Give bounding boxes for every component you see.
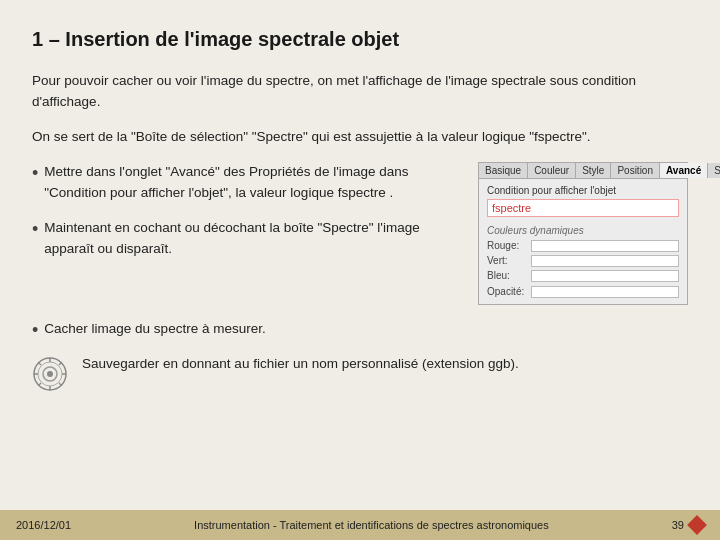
ggb-tab-avance[interactable]: Avancé [660, 163, 708, 178]
ggb-tab-script[interactable]: Script [708, 163, 720, 178]
ggb-tab-style[interactable]: Style [576, 163, 611, 178]
paragraph-2: On se sert de la "Boîte de sélection" "S… [32, 127, 688, 148]
bullet-item-2: • Maintenant en cochant ou décochant la … [32, 218, 460, 260]
diamond-icon [687, 515, 707, 535]
bullet-section-1: • Mettre dans l'onglet "Avancé" des Prop… [32, 162, 688, 305]
bullet-text-col-1: • Mettre dans l'onglet "Avancé" des Prop… [32, 162, 460, 274]
save-text: Sauvegarder en donnant au fichier un nom… [82, 354, 519, 375]
ggb-vert-row: Vert: [487, 255, 679, 267]
ggb-vert-bar[interactable] [531, 255, 679, 267]
save-icon [32, 356, 68, 392]
ggb-tab-basique[interactable]: Basique [479, 163, 528, 178]
ggb-tab-position[interactable]: Position [611, 163, 660, 178]
ggb-rouge-row: Rouge: [487, 240, 679, 252]
bullet-dot-2: • [32, 220, 38, 238]
bullet-1-text: Mettre dans l'onglet "Avancé" des Propri… [44, 162, 460, 204]
footer-page-number: 39 [672, 519, 684, 531]
ggb-bleu-bar[interactable] [531, 270, 679, 282]
ggb-condition-input[interactable]: fspectre [487, 199, 679, 217]
ggb-panel: Basique Couleur Style Position Avancé Sc… [478, 162, 688, 305]
ggb-opacite-row: Opacité: [487, 286, 679, 298]
bullet-2-text: Maintenant en cochant ou décochant la bo… [44, 218, 460, 260]
ggb-tab-couleur[interactable]: Couleur [528, 163, 576, 178]
paragraph-1: Pour pouvoir cacher ou voir l'image du s… [32, 71, 688, 113]
bullet-item-3: • Cacher limage du spectre à mesurer. [32, 319, 688, 340]
save-row: Sauvegarder en donnant au fichier un nom… [32, 354, 688, 392]
ggb-body: Condition pour afficher l'objet fspectre… [479, 179, 687, 304]
bullet-dot-3: • [32, 321, 38, 339]
ggb-dynamic-colors-label: Couleurs dynamiques [487, 225, 679, 236]
footer-date: 2016/12/01 [16, 519, 71, 531]
svg-point-11 [47, 371, 53, 377]
bullet-dot-1: • [32, 164, 38, 182]
ggb-bleu-label: Bleu: [487, 270, 527, 281]
ggb-rouge-bar[interactable] [531, 240, 679, 252]
footer-right: 39 [672, 518, 704, 532]
ggb-bleu-row: Bleu: [487, 270, 679, 282]
ggb-opacite-bar[interactable] [531, 286, 679, 298]
footer: 2016/12/01 Instrumentation - Traitement … [0, 510, 720, 540]
ggb-vert-label: Vert: [487, 255, 527, 266]
ggb-condition-label: Condition pour afficher l'objet [487, 185, 679, 196]
ggb-tabs: Basique Couleur Style Position Avancé Sc… [479, 163, 687, 179]
page-title: 1 – Insertion de l'image spectrale objet [32, 28, 688, 51]
bullet-3-text: Cacher limage du spectre à mesurer. [44, 319, 265, 340]
ggb-rouge-label: Rouge: [487, 240, 527, 251]
ggb-opacite-label: Opacité: [487, 286, 527, 297]
bullet-item-1: • Mettre dans l'onglet "Avancé" des Prop… [32, 162, 460, 204]
footer-center-text: Instrumentation - Traitement et identifi… [71, 519, 672, 531]
main-content: 1 – Insertion de l'image spectrale objet… [0, 0, 720, 428]
